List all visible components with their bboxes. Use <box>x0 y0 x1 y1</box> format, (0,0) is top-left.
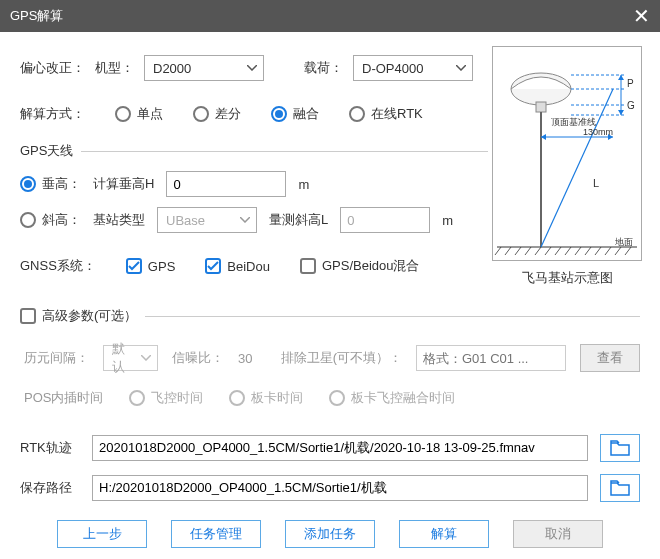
method-label: 解算方式： <box>20 105 85 123</box>
svg-marker-24 <box>618 75 624 80</box>
slant-l-label: 量测斜高L <box>269 211 328 229</box>
unit-m: m <box>298 177 309 192</box>
advanced-row1: 历元间隔： 默认 信噪比： 30 排除卫星(可不填）： 查看 <box>20 342 640 374</box>
eccentricity-row: 偏心改正： 机型： D2000 载荷： D-OP4000 <box>20 50 488 86</box>
folder-icon <box>610 480 630 496</box>
station-type-value: UBase <box>166 213 205 228</box>
svg-line-6 <box>515 247 521 255</box>
diagram-caption: 飞马基站示意图 <box>492 269 642 287</box>
model-select[interactable]: D2000 <box>144 55 264 81</box>
diagram-ground: 地面 <box>614 237 633 247</box>
antenna-group: GPS天线 <box>20 142 488 160</box>
svg-line-17 <box>625 247 631 255</box>
titlebar: GPS解算 ✕ <box>0 0 660 32</box>
svg-line-16 <box>615 247 621 255</box>
folder-icon <box>610 440 630 456</box>
advanced-group: 高级参数(可选） <box>20 298 640 334</box>
pos-label: POS内插时间 <box>24 389 103 407</box>
svg-line-9 <box>545 247 551 255</box>
prev-button[interactable]: 上一步 <box>57 520 147 548</box>
pos-opt3-radio: 板卡飞控融合时间 <box>329 389 455 407</box>
slant-radio[interactable]: 斜高： <box>20 211 81 229</box>
svg-line-13 <box>585 247 591 255</box>
chevron-down-icon <box>141 355 151 361</box>
svg-line-18 <box>541 89 613 247</box>
cancel-button[interactable]: 取消 <box>513 520 603 548</box>
rtk-label: RTK轨迹 <box>20 439 80 457</box>
station-diagram: P G 顶面基准线 130mm L 地面 <box>492 46 642 261</box>
save-path-row: 保存路径 <box>20 474 640 502</box>
method-fusion-radio[interactable]: 融合 <box>271 105 319 123</box>
advanced-checkbox[interactable]: 高级参数(可选） <box>20 307 145 325</box>
epoch-select: 默认 <box>103 345 158 371</box>
diagram-letter-p: P <box>627 78 634 89</box>
slant-row: 斜高： 基站类型 UBase 量测斜高L m <box>20 202 488 238</box>
diagram-letter-l: L <box>593 177 599 189</box>
solve-button[interactable]: 解算 <box>399 520 489 548</box>
payload-value: D-OP4000 <box>362 61 423 76</box>
snr-label: 信噪比： <box>172 349 224 367</box>
payload-label: 载荷： <box>304 59 343 77</box>
svg-line-8 <box>535 247 541 255</box>
rtk-browse-button[interactable] <box>600 434 640 462</box>
method-single-radio[interactable]: 单点 <box>115 105 163 123</box>
slant-l-input <box>340 207 430 233</box>
save-label: 保存路径 <box>20 479 80 497</box>
pos-opt1-radio: 飞控时间 <box>129 389 203 407</box>
payload-select[interactable]: D-OP4000 <box>353 55 473 81</box>
pos-opt2-radio: 板卡时间 <box>229 389 303 407</box>
method-rtk-radio[interactable]: 在线RTK <box>349 105 423 123</box>
station-type-select[interactable]: UBase <box>157 207 257 233</box>
method-row: 解算方式： 单点 差分 融合 在线RTK <box>20 96 488 132</box>
gnss-label: GNSS系统： <box>20 257 96 275</box>
chevron-down-icon <box>247 65 257 71</box>
window-title: GPS解算 <box>10 7 63 25</box>
svg-line-4 <box>495 247 501 255</box>
rtk-input[interactable] <box>92 435 588 461</box>
svg-line-5 <box>505 247 511 255</box>
exclude-label: 排除卫星(可不填）： <box>281 349 402 367</box>
epoch-label: 历元间隔： <box>24 349 89 367</box>
calc-h-input[interactable] <box>166 171 286 197</box>
method-diff-radio[interactable]: 差分 <box>193 105 241 123</box>
save-input[interactable] <box>92 475 588 501</box>
model-value: D2000 <box>153 61 191 76</box>
svg-line-15 <box>605 247 611 255</box>
svg-line-7 <box>525 247 531 255</box>
svg-line-12 <box>575 247 581 255</box>
save-browse-button[interactable] <box>600 474 640 502</box>
svg-line-11 <box>565 247 571 255</box>
exclude-input <box>416 345 566 371</box>
add-task-button[interactable]: 添加任务 <box>285 520 375 548</box>
chevron-down-icon <box>456 65 466 71</box>
close-icon[interactable]: ✕ <box>633 4 650 28</box>
model-label: 机型： <box>95 59 134 77</box>
advanced-row2: POS内插时间 飞控时间 板卡时间 板卡飞控融合时间 <box>20 382 640 414</box>
unit-m2: m <box>442 213 453 228</box>
gnss-gps-checkbox[interactable]: GPS <box>126 258 175 274</box>
diagram-panel: P G 顶面基准线 130mm L 地面 飞马基站示意图 <box>492 46 642 287</box>
rtk-path-row: RTK轨迹 <box>20 434 640 462</box>
svg-rect-1 <box>536 102 546 112</box>
diagram-letter-g: G <box>627 100 635 111</box>
eccentricity-label: 偏心改正： <box>20 59 85 77</box>
chevron-down-icon <box>240 217 250 223</box>
calc-h-label: 计算垂高H <box>93 175 154 193</box>
gnss-mix-checkbox[interactable]: GPS/Beidou混合 <box>300 257 420 275</box>
footer: 上一步 任务管理 添加任务 解算 取消 <box>20 520 640 548</box>
gnss-beidou-checkbox[interactable]: BeiDou <box>205 258 270 274</box>
snr-value: 30 <box>238 351 267 366</box>
vertical-row: 垂高： 计算垂高H m <box>20 166 488 202</box>
view-button: 查看 <box>580 344 640 372</box>
diagram-baseline: 顶面基准线 <box>551 117 596 127</box>
task-mgr-button[interactable]: 任务管理 <box>171 520 261 548</box>
svg-line-14 <box>595 247 601 255</box>
svg-marker-25 <box>618 110 624 115</box>
diagram-dim: 130mm <box>583 127 613 137</box>
vertical-radio[interactable]: 垂高： <box>20 175 81 193</box>
gnss-row: GNSS系统： GPS BeiDou GPS/Beidou混合 <box>20 248 488 284</box>
station-type-label: 基站类型 <box>93 211 145 229</box>
svg-line-10 <box>555 247 561 255</box>
